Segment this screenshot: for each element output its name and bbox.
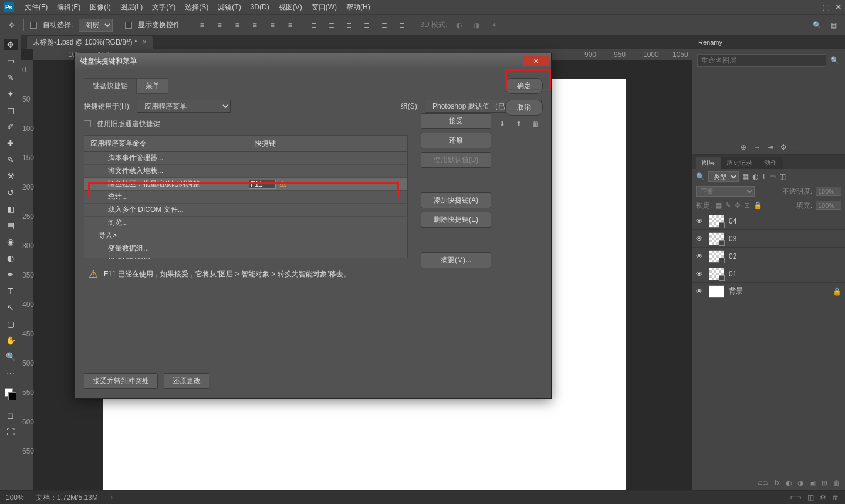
color-swatch[interactable] — [5, 388, 16, 400]
panel-icon[interactable]: ⇥ — [768, 143, 773, 151]
fx-icon[interactable]: fx — [775, 479, 780, 487]
undo-button[interactable]: 还原 — [421, 133, 491, 148]
legacy-checkbox[interactable] — [84, 120, 91, 127]
visibility-icon[interactable]: 👁 — [696, 270, 704, 278]
layer-item[interactable]: 👁01 — [692, 265, 845, 283]
distribute-icon[interactable]: ≣ — [361, 19, 373, 31]
layer-thumbnail[interactable] — [709, 285, 724, 298]
align-icon[interactable]: ≡ — [284, 19, 296, 31]
layer-thumbnail[interactable] — [709, 268, 724, 280]
align-icon[interactable]: ≡ — [249, 19, 261, 31]
menu-filter[interactable]: 滤镜(T) — [213, 0, 245, 14]
group-icon[interactable]: ▣ — [809, 479, 816, 487]
gradient-tool[interactable]: ▤ — [4, 219, 18, 231]
table-row[interactable]: 载入多个 DICOM 文件... — [84, 204, 407, 217]
new-set-icon[interactable]: ⬆ — [513, 119, 524, 129]
summary-button[interactable]: 摘要(M)... — [421, 252, 491, 268]
filter-shape-icon[interactable]: ▭ — [769, 172, 776, 181]
layer-item[interactable]: 👁03 — [692, 230, 845, 248]
renamy-tab[interactable]: Renamy — [692, 35, 845, 49]
table-row[interactable]: 陌鱼社区：批量缩放比例调整F11⚠ — [84, 178, 407, 191]
goto-conflict-button[interactable]: 接受并转到冲突处 — [84, 373, 158, 389]
layer-item[interactable]: 👁背景🔒 — [692, 283, 845, 300]
fill-input[interactable] — [816, 201, 841, 210]
table-row[interactable]: 统计... — [84, 191, 407, 204]
delete-shortcut-button[interactable]: 删除快捷键(E) — [421, 212, 491, 228]
blur-tool[interactable]: ◉ — [4, 236, 18, 248]
zoom-level[interactable]: 100% — [6, 493, 24, 502]
wand-tool[interactable]: ✦ — [4, 88, 18, 100]
align-icon[interactable]: ≡ — [196, 19, 208, 31]
autoselect-dropdown[interactable]: 图层 — [79, 19, 113, 32]
layer-thumbnail[interactable] — [709, 232, 724, 245]
workspace-icon[interactable]: ▦ — [827, 19, 839, 31]
trash-icon[interactable]: 🗑 — [833, 479, 840, 487]
menu-help[interactable]: 帮助(H) — [342, 0, 375, 14]
panel-icon[interactable]: → — [753, 143, 760, 151]
edit-toolbar[interactable]: ⋯ — [4, 367, 18, 379]
status-icon[interactable]: ◫ — [807, 493, 814, 502]
layer-thumbnail[interactable] — [709, 215, 724, 228]
crop-tool[interactable]: ◫ — [4, 104, 18, 116]
delete-set-icon[interactable]: 🗑 — [530, 119, 542, 129]
layer-name[interactable]: 01 — [729, 270, 736, 278]
heal-tool[interactable]: ✚ — [4, 137, 18, 149]
gear-icon[interactable]: ⚙ — [780, 143, 787, 151]
menu-edit[interactable]: 编辑(E) — [52, 0, 85, 14]
brush-tool[interactable]: ✎ — [4, 154, 18, 165]
shortcut-input[interactable]: F11 — [249, 180, 276, 189]
distribute-icon[interactable]: ≣ — [308, 19, 320, 31]
filter-smart-icon[interactable]: ◫ — [779, 172, 786, 181]
layer-thumbnail[interactable] — [709, 250, 724, 263]
menu-file[interactable]: 文件(F) — [20, 0, 52, 14]
layer-name[interactable]: 03 — [729, 235, 736, 243]
menu-window[interactable]: 窗口(W) — [307, 0, 342, 14]
use-default-button[interactable]: 使用默认值(D) — [421, 152, 491, 168]
filter-adjust-icon[interactable]: ◐ — [752, 172, 758, 181]
path-tool[interactable]: ↖ — [4, 302, 18, 313]
align-icon[interactable]: ≡ — [266, 19, 278, 31]
lock-all-icon[interactable]: 🔒 — [753, 201, 762, 209]
document-tab[interactable]: 未标题-1.psd @ 100%(RGB/8#) * × — [27, 36, 153, 49]
layer-name[interactable]: 04 — [729, 217, 736, 225]
filter-type-icon[interactable]: T — [762, 172, 766, 181]
layer-item[interactable]: 👁02 — [692, 248, 845, 265]
history-brush-tool[interactable]: ↺ — [4, 187, 18, 198]
close-tab-icon[interactable]: × — [143, 38, 147, 46]
accept-button[interactable]: 接受 — [421, 113, 491, 129]
opacity-input[interactable] — [816, 187, 841, 196]
showtransform-checkbox[interactable] — [125, 22, 132, 29]
align-icon[interactable]: ≡ — [231, 19, 243, 31]
marquee-tool[interactable]: ▭ — [4, 55, 18, 67]
lock-paint-icon[interactable]: ✎ — [725, 201, 731, 209]
lock-artboard-icon[interactable]: ⊡ — [744, 201, 750, 209]
filter-pixel-icon[interactable]: ▦ — [742, 172, 749, 181]
window-maximize[interactable]: ▢ — [819, 1, 832, 13]
menu-view[interactable]: 视图(V) — [274, 0, 307, 14]
menu-select[interactable]: 选择(S) — [180, 0, 213, 14]
distribute-icon[interactable]: ≣ — [396, 19, 408, 31]
distribute-icon[interactable]: ≣ — [326, 19, 337, 31]
menu-type[interactable]: 文字(Y) — [147, 0, 180, 14]
undo-changes-button[interactable]: 还原更改 — [164, 373, 209, 389]
window-close[interactable]: ✕ — [832, 1, 845, 13]
renamy-input[interactable] — [697, 54, 826, 67]
search-icon[interactable]: 🔍 — [830, 56, 839, 65]
panel-icon[interactable]: ⊕ — [741, 143, 746, 151]
mask-icon[interactable]: ◐ — [786, 479, 792, 487]
table-row[interactable]: 导入> — [84, 229, 407, 242]
add-shortcut-button[interactable]: 添加快捷键(A) — [421, 192, 491, 208]
blend-mode-dropdown[interactable]: 正常 — [696, 186, 755, 197]
panel-icon[interactable]: ◦ — [794, 143, 796, 151]
ok-button[interactable]: 确定 — [505, 78, 543, 94]
lasso-tool[interactable]: ✎ — [4, 72, 18, 83]
visibility-icon[interactable]: 👁 — [696, 235, 704, 243]
layer-item[interactable]: 👁04 — [692, 212, 845, 230]
align-icon[interactable]: ≡ — [214, 19, 225, 31]
table-row[interactable]: 脚本事件管理器... — [84, 152, 407, 165]
tab-history[interactable]: 历史记录 — [721, 157, 758, 169]
dodge-tool[interactable]: ◐ — [4, 252, 18, 264]
visibility-icon[interactable]: 👁 — [696, 252, 704, 261]
stamp-tool[interactable]: ⚒ — [4, 170, 18, 182]
table-row[interactable]: 变量数据组... — [84, 242, 407, 255]
